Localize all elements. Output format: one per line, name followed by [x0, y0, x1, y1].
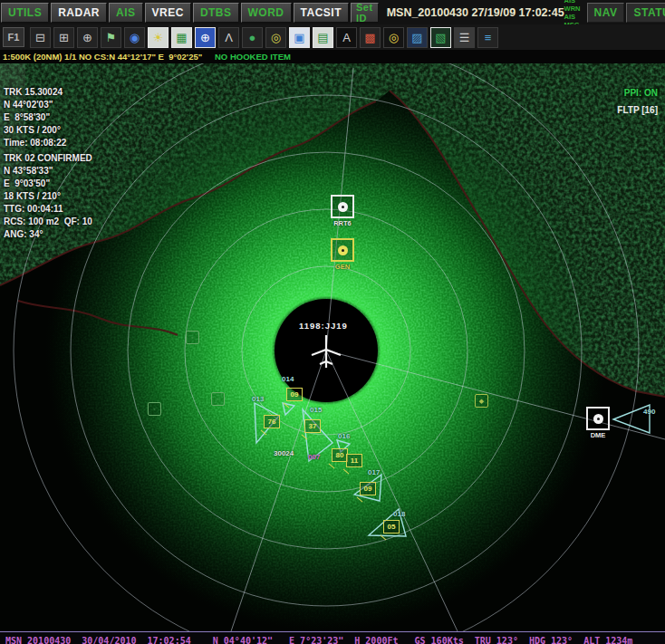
waypoint-dot — [593, 414, 603, 424]
track-info-line: Time: 08:08:22 — [4, 137, 66, 149]
camera-icon[interactable]: ▣ — [289, 27, 310, 48]
chart-symbol-sym-4[interactable]: ◆ — [475, 394, 488, 408]
expand-view-icon[interactable]: ⊞ — [53, 27, 74, 48]
tacsit-application-window: UTILSRADARAISVRECDTBSWORDTACSITSet ID MS… — [0, 0, 665, 644]
track-label-015: 015 — [310, 406, 322, 414]
track-tag-11[interactable]: 11 — [346, 454, 362, 467]
scale-position-text: 1:500K (20NM) 1/1 NO CS:N 44°12'17" E 9°… — [3, 52, 202, 62]
track-info-line: TRK 15.30024 — [4, 86, 66, 99]
alerts-icon[interactable]: ▩ — [360, 27, 381, 48]
track-tag-37[interactable]: 37 — [304, 419, 321, 433]
ppi-status: PPI: ON — [622, 88, 660, 98]
ownship-nav-data-text: MSN 20100430 30/04/2010 17:02:54 N 04°40… — [0, 632, 665, 644]
chart-symbol-sym-3[interactable]: ◦ — [211, 392, 225, 406]
track-number-30024: 30024 — [274, 449, 294, 457]
track-label-490: 490 — [643, 408, 655, 416]
track-label-018: 018 — [393, 510, 405, 518]
track-info-line: E 9°03'50" — [4, 178, 92, 190]
track-info-panel-1: TRK 15.30024N 44°02'03"E 8°58'30"30 KTS … — [4, 86, 66, 149]
chart-symbol-sym-1[interactable]: ◦ — [148, 402, 161, 416]
menu-tabs: UTILSRADARAISVRECDTBSWORDTACSITSet ID — [0, 3, 380, 23]
shrink-view-icon[interactable]: ⊟ — [30, 27, 51, 48]
menu-tab-word[interactable]: WORD — [241, 3, 292, 23]
track-label-013: 013 — [252, 395, 264, 403]
zoom-icon[interactable]: ⊕ — [77, 27, 98, 48]
map-blue-icon[interactable]: ▨ — [407, 27, 428, 48]
track-symbols-layer — [0, 63, 665, 631]
menu-tab-ais[interactable]: AIS — [109, 3, 143, 23]
map-layers-icon[interactable]: ▦ — [171, 27, 192, 48]
nav-button[interactable]: NAV — [587, 3, 625, 23]
waypoint-gen[interactable] — [331, 238, 354, 262]
status-button[interactable]: STATUS — [626, 3, 665, 23]
track-tag-05[interactable]: 05 — [383, 520, 400, 533]
track-info-line: TTG: 00:04:11 — [4, 203, 92, 216]
fltp-label[interactable]: FLTP [16] — [617, 105, 658, 115]
status-line: 1:500K (20NM) 1/1 NO CS:N 44°12'17" E 9°… — [0, 50, 665, 63]
waypoint-rrt6[interactable] — [331, 195, 354, 218]
magenta-track-007: 007 — [308, 453, 320, 461]
ais-tool-icon[interactable]: A — [336, 27, 357, 48]
track-label-016: 016 — [338, 432, 350, 440]
track-info-line: N 43°58'33" — [4, 165, 92, 178]
track-info-line: TRK 02 CONFIRMED — [4, 152, 92, 165]
dividers-icon[interactable]: Λ — [218, 27, 239, 48]
menu-bar: UTILSRADARAISVRECDTBSWORDTACSITSet ID MS… — [0, 0, 665, 25]
ais-warn-indicator: AIS WRN — [564, 0, 581, 13]
globe-icon[interactable]: ◉ — [124, 27, 145, 48]
track-info-line: 18 KTS / 210° — [4, 190, 92, 203]
waypoint-dot — [338, 245, 348, 255]
track-info-line: 30 KTS / 200° — [4, 124, 66, 137]
menu-tab-dtbs[interactable]: DTBS — [193, 3, 239, 23]
map-green-icon[interactable]: ▧ — [430, 27, 451, 48]
levels-icon[interactable]: ≡ — [477, 27, 498, 48]
nav-sphere-icon[interactable]: ● — [242, 27, 263, 48]
track-info-line: E 8°58'30" — [4, 111, 66, 124]
waypoint-label-gen: GEN — [323, 263, 362, 271]
track-info-line: ANG: 34° — [4, 228, 92, 241]
chart-symbol-sym-2[interactable]: ◦ — [186, 331, 199, 344]
ownship-label: 1198:JJ19 — [299, 321, 348, 331]
track-tag-09[interactable]: 09 — [286, 388, 303, 401]
waypoint-dot — [338, 202, 348, 212]
center-ownship-icon[interactable]: ⊕ — [195, 27, 216, 48]
fkey-label: F1 — [3, 27, 24, 47]
target-designate-icon[interactable]: ◎ — [383, 27, 404, 48]
brightness-icon[interactable]: ☀ — [148, 27, 169, 48]
radar-display[interactable]: TRK 15.30024N 44°02'03"E 8°58'30"30 KTS … — [0, 63, 665, 631]
menu-tab-utils[interactable]: UTILS — [1, 3, 49, 23]
track-tag-09[interactable]: 09 — [360, 482, 376, 495]
bottom-status-bar: MSN 20100430 30/04/2010 17:02:54 N 04°40… — [0, 631, 665, 644]
marker-flag-icon[interactable]: ⚑ — [101, 27, 121, 48]
waypoint-dme[interactable] — [586, 407, 610, 430]
waypoint-label-rrt6: RRT6 — [323, 219, 362, 227]
range-rings-icon[interactable]: ◎ — [265, 27, 286, 48]
menu-tab-vrec[interactable]: VREC — [145, 3, 191, 23]
waypoint-label-dme: DME — [578, 431, 618, 439]
track-tag-76[interactable]: 76 — [264, 415, 280, 428]
menu-tab-radar[interactable]: RADAR — [51, 3, 107, 23]
database-map-icon[interactable]: ▤ — [313, 27, 333, 48]
track-info-line: RCS: 100 m2 QF: 10 — [4, 216, 92, 228]
track-info-panel-2: TRK 02 CONFIRMEDN 43°58'33"E 9°03'50"18 … — [4, 152, 92, 241]
track-label-014: 014 — [282, 375, 294, 383]
reports-icon[interactable]: ☰ — [454, 27, 475, 48]
track-label-017: 017 — [368, 468, 380, 476]
toolbar: F1 ⊟⊞⊕⚑◉☀▦⊕Λ●◎▣▤A▩◎▨▧☰≡ — [0, 24, 665, 50]
menu-tab-set-id[interactable]: Set ID — [351, 3, 379, 23]
hooked-item-status: NO HOOKED ITEM — [215, 52, 291, 62]
track-info-line: N 44°02'03" — [4, 99, 66, 111]
mission-id-text: MSN_20100430 27/19/09 17:02:45 — [387, 6, 564, 19]
menu-tab-tacsit[interactable]: TACSIT — [294, 3, 349, 23]
